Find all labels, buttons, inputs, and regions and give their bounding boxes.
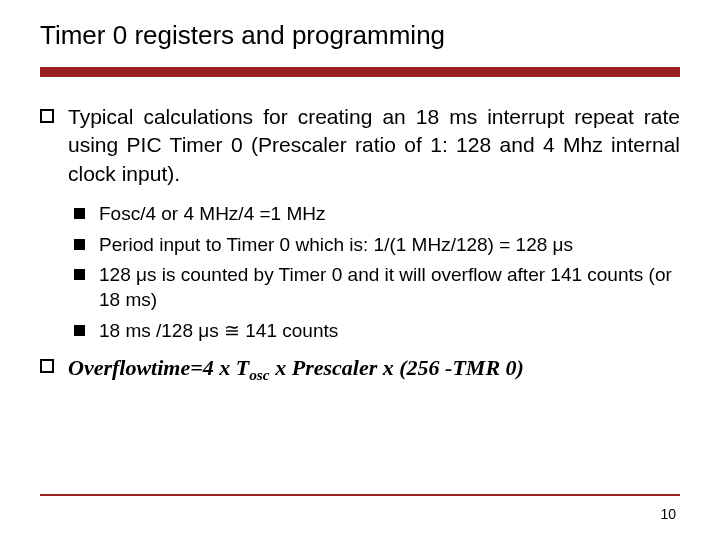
formula-list: Overflowtime=4 x Tosc x Prescaler x (256… (40, 353, 680, 386)
square-solid-icon (74, 325, 85, 336)
sub-bullet-text: 128 μs is counted by Timer 0 and it will… (99, 263, 680, 312)
page-number: 10 (660, 506, 676, 522)
formula-subscript: osc (249, 367, 270, 384)
main-bullet-0: Typical calculations for creating an 18 … (40, 103, 680, 188)
main-bullet-text: Typical calculations for creating an 18 … (68, 103, 680, 188)
sub-bullet-2: 128 μs is counted by Timer 0 and it will… (74, 263, 680, 312)
formula-text: Overflowtime=4 x Tosc x Prescaler x (256… (68, 353, 524, 386)
square-outline-icon (40, 109, 54, 123)
sub-bullet-1: Period input to Timer 0 which is: 1/(1 M… (74, 233, 680, 258)
square-solid-icon (74, 208, 85, 219)
sub-bullet-text: Fosc/4 or 4 MHz/4 =1 MHz (99, 202, 325, 227)
square-solid-icon (74, 269, 85, 280)
page-title: Timer 0 registers and programming (40, 20, 680, 51)
square-solid-icon (74, 239, 85, 250)
sub-bullet-0: Fosc/4 or 4 MHz/4 =1 MHz (74, 202, 680, 227)
square-outline-icon (40, 359, 54, 373)
main-list: Typical calculations for creating an 18 … (40, 103, 680, 188)
slide-container: Timer 0 registers and programming Typica… (0, 0, 720, 540)
formula-bullet: Overflowtime=4 x Tosc x Prescaler x (256… (40, 353, 680, 386)
sub-bullet-3: 18 ms /128 μs ≅ 141 counts (74, 319, 680, 344)
sub-bullet-text: 18 ms /128 μs ≅ 141 counts (99, 319, 338, 344)
formula-tail: x Prescaler x (256 -TMR 0) (270, 355, 524, 380)
sub-bullet-text: Period input to Timer 0 which is: 1/(1 M… (99, 233, 573, 258)
sub-list: Fosc/4 or 4 MHz/4 =1 MHz Period input to… (74, 202, 680, 343)
title-rule (40, 67, 680, 77)
footer-rule (40, 494, 680, 496)
formula-lead: Overflowtime=4 x T (68, 355, 249, 380)
